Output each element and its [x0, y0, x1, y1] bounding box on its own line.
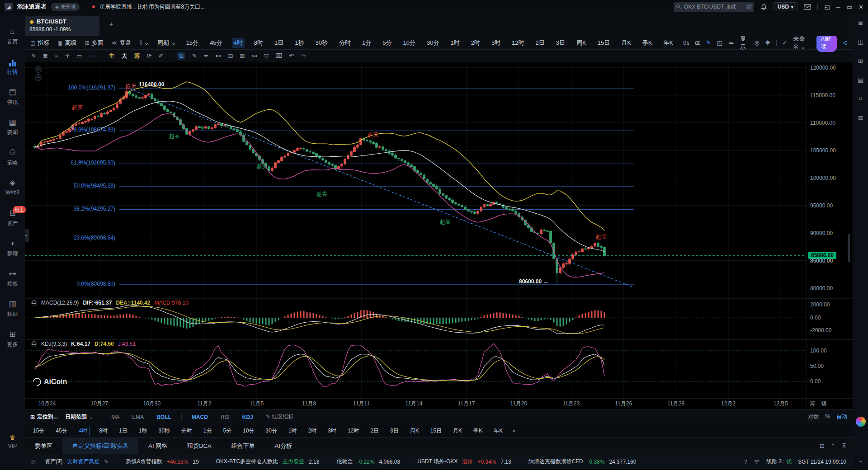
maximize-button[interactable]: ▭: [847, 4, 852, 10]
candle-style-dropdown[interactable]: ⫼⌄: [139, 39, 149, 46]
timeframe-4时[interactable]: 4时: [232, 38, 245, 48]
asset-label[interactable]: 资产(₮): [45, 458, 62, 465]
tab-btcusdt[interactable]: ◆ BTC/USDT 85886.00 -1.09%: [25, 16, 99, 36]
sidebar-item-数据[interactable]: ▥数据: [0, 300, 25, 330]
sidebar-collapse-handle[interactable]: ◂: [25, 229, 29, 242]
rectangle-tool-icon[interactable]: ▭: [76, 52, 82, 59]
bell-icon[interactable]: [760, 4, 767, 10]
fear-greed-label[interactable]: 恐惧&贪婪指数: [126, 458, 162, 465]
help-icon[interactable]: ?: [744, 459, 747, 465]
undo-icon[interactable]: ↶: [289, 52, 294, 59]
share-icon[interactable]: [843, 40, 847, 46]
filter-icon[interactable]: ▽: [264, 52, 269, 59]
news-panel-icon[interactable]: ▤: [858, 76, 863, 83]
timeframe-3时[interactable]: 3时: [490, 38, 502, 48]
main-chart-button[interactable]: 主: [109, 52, 115, 60]
ema-toggle[interactable]: EMA: [129, 414, 146, 420]
workspace-icon[interactable]: ◱: [824, 4, 830, 10]
close-button[interactable]: ✕: [859, 4, 863, 10]
timeframe-4时[interactable]: 4时: [77, 426, 90, 436]
timeframe-45分[interactable]: 45分: [208, 38, 224, 48]
risk-control-link[interactable]: 实时资产风控: [67, 458, 100, 465]
sidebar-item-策略[interactable]: ⚇策略: [0, 148, 25, 179]
timeframe-10分[interactable]: 10分: [241, 426, 256, 436]
sidebar-item-Web3[interactable]: ◈Web3: [0, 179, 25, 209]
layout-icon[interactable]: ◰: [717, 39, 722, 46]
ai-explain-button[interactable]: AI解读: [816, 34, 837, 52]
multiwindow-button[interactable]: ⊞多窗: [85, 39, 104, 47]
timeframe-8时[interactable]: 8时: [252, 38, 265, 48]
date-range-dropdown[interactable]: 日期范围⌄: [65, 413, 94, 421]
timeframe-1秒[interactable]: 1秒: [293, 38, 306, 48]
ma-toggle[interactable]: MA: [108, 414, 122, 420]
timeframe-1分[interactable]: 1分: [360, 38, 373, 48]
timeframe-30分[interactable]: 30分: [264, 426, 279, 436]
panels-icon[interactable]: ≣: [858, 19, 863, 26]
sidebar-item-授权[interactable]: ⊶授权: [0, 269, 25, 300]
bottom-tab-委单区[interactable]: 委单区: [25, 438, 62, 454]
timeframe-15日[interactable]: 15日: [429, 426, 443, 436]
timeframe-15分[interactable]: 15分: [31, 426, 46, 436]
edit-pencil-icon[interactable]: ✎: [104, 459, 109, 465]
kdj-toggle[interactable]: KDJ: [240, 414, 256, 420]
draw-pen-icon[interactable]: ✎: [31, 52, 36, 59]
timeframe-15分[interactable]: 15分: [184, 38, 200, 48]
percent-scale-toggle[interactable]: %: [825, 413, 830, 421]
timeframe-2日[interactable]: 2日: [534, 38, 547, 48]
collapse-panel-icon[interactable]: ⌃: [831, 442, 836, 449]
target-icon[interactable]: ◎: [754, 39, 759, 46]
timeframe-年K[interactable]: 年K: [662, 38, 675, 48]
timeframe-12时[interactable]: 12时: [510, 38, 526, 48]
sidebar-item-快讯[interactable]: ▤快讯: [0, 88, 25, 118]
expand-panel2-icon[interactable]: »: [35, 74, 42, 81]
kdj-pane-header[interactable]: ⌄ KDJ(9,3,3) K:64.17 D:74.50 J:43.51: [31, 341, 136, 347]
not-activated-badge[interactable]: ◈ 未开通: [51, 3, 80, 11]
pin-icon[interactable]: ⊼: [842, 442, 846, 449]
refresh-icon[interactable]: ⟳: [147, 52, 152, 59]
timeframe-分时[interactable]: 分时: [337, 38, 353, 48]
timeframe-分时[interactable]: 分时: [179, 426, 194, 436]
timeframe-3日[interactable]: 3日: [388, 426, 401, 436]
watchlist-panel-icon[interactable]: ◫: [858, 38, 863, 45]
add-tab-button[interactable]: +: [109, 20, 113, 29]
ai-assistant-button[interactable]: [856, 417, 866, 427]
gold-label[interactable]: 伦敦金: [336, 458, 353, 465]
minimize-button[interactable]: ─: [836, 4, 840, 10]
boll-toggle[interactable]: BOLL: [154, 414, 174, 420]
community-indicator-button[interactable]: ✎ 社区指标: [263, 413, 296, 421]
asset-icon[interactable]: ◇: [31, 459, 35, 465]
replay-button[interactable]: ≪复盘: [112, 39, 132, 47]
timeframe-3时[interactable]: 3时: [326, 426, 338, 436]
locate-button[interactable]: ⊞定位到...: [30, 413, 58, 421]
sidebar-item-首页[interactable]: ⌂首页: [0, 27, 25, 57]
sidebar-item-vip[interactable]: ♛ VIP: [8, 434, 17, 449]
pencil-tool-icon[interactable]: ✎: [192, 52, 197, 59]
timeframe-8时[interactable]: 8时: [97, 426, 109, 436]
timeframe-30秒[interactable]: 30秒: [156, 426, 171, 436]
timeframe-1时[interactable]: 1时: [448, 38, 461, 48]
more-tools-icon[interactable]: ⋯: [89, 52, 95, 59]
currency-dropdown[interactable]: USD▾: [774, 2, 797, 11]
bottom-tab-现货DCA[interactable]: 现货DCA: [177, 438, 221, 454]
brush-icon[interactable]: ✐: [159, 52, 164, 59]
crosshair-icon[interactable]: ✛: [65, 52, 70, 59]
select-tool-icon[interactable]: ⧉: [177, 52, 185, 60]
timeframe-1日[interactable]: 1日: [117, 426, 129, 436]
grid-panel-icon[interactable]: ⊞: [858, 57, 863, 64]
timeframe-2日[interactable]: 2日: [368, 426, 381, 436]
macd-toggle[interactable]: MACD: [189, 414, 211, 420]
timeframe-1日[interactable]: 1日: [273, 38, 285, 48]
timeframe-2时[interactable]: 2时: [469, 38, 482, 48]
indicator-button[interactable]: ◫指标: [30, 39, 49, 47]
mail-icon[interactable]: [804, 4, 811, 10]
delete-drawings-icon[interactable]: ⌧: [275, 52, 282, 59]
advanced-button[interactable]: ▣高级: [57, 39, 76, 47]
measure-tool-icon[interactable]: ⊷: [216, 52, 222, 59]
timeframe-10分[interactable]: 10分: [401, 38, 417, 48]
rail-collapse-icon[interactable]: ⌄: [858, 456, 863, 464]
lock-icon[interactable]: ⊡: [228, 52, 233, 59]
macd-pane-header[interactable]: ⌄ MACD(12,26,9) DIF:-651.37 DEA:-1140.42…: [31, 300, 189, 306]
redo-icon[interactable]: ↷: [301, 52, 306, 59]
close-timeframe-bar-icon[interactable]: ×: [512, 428, 515, 434]
timeframe-30分[interactable]: 30分: [425, 38, 441, 48]
